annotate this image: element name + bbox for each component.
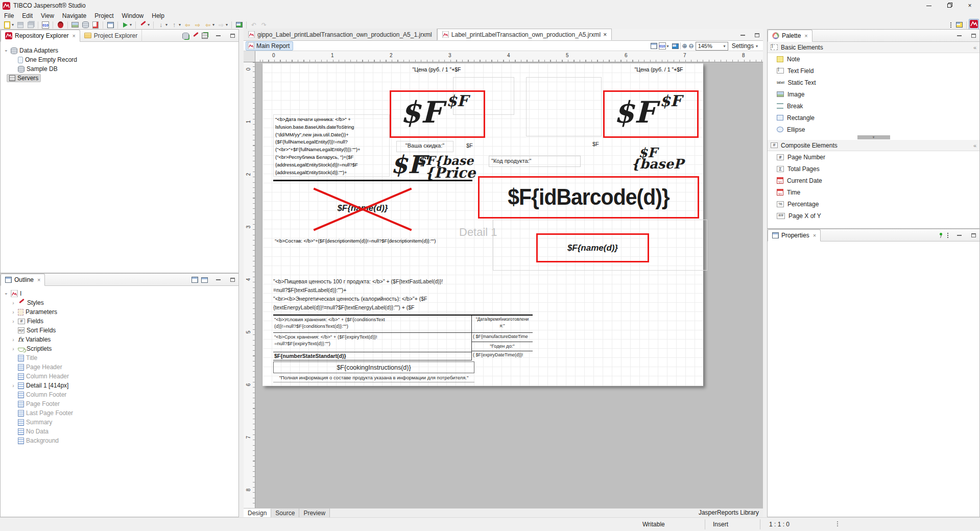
minimize-editor-icon[interactable] — [738, 32, 747, 39]
minimize-view-icon[interactable] — [955, 32, 963, 39]
made-header-cell[interactable]: "Дата/время\низготовлени я:" — [472, 316, 533, 333]
new-report-wizard-icon[interactable] — [3, 20, 12, 29]
palette-item-text-field[interactable]: Text Field — [768, 65, 979, 77]
style-brush-dropdown-icon[interactable]: ▾ — [148, 22, 151, 27]
section-basic-elements[interactable]: Basic Elements « — [768, 42, 979, 53]
product-code-label[interactable]: "Код продукта:" — [489, 156, 581, 167]
save-icon[interactable] — [16, 20, 25, 29]
add-data-adapter-icon[interactable] — [182, 33, 189, 39]
save-all-icon[interactable] — [26, 20, 35, 29]
minimize-view-icon[interactable] — [214, 276, 222, 283]
collapse-icon[interactable]: « — [973, 44, 976, 51]
new-window-icon[interactable] — [234, 20, 244, 29]
divider-line[interactable] — [273, 180, 472, 181]
outline-root[interactable]: › I — [1, 289, 238, 298]
valid-until-cell[interactable]: "Годен до:" — [472, 342, 533, 351]
price-header-right[interactable]: "Цена (руб. / 1 "+$F — [610, 66, 707, 74]
outline-item-fields[interactable]: ›#Fields — [1, 317, 238, 326]
palette-item-ellipse[interactable]: Ellipse — [768, 124, 979, 135]
overlay-basep[interactable]: {baseP — [631, 156, 683, 172]
outline-item-page-header[interactable]: Page Header — [1, 363, 238, 372]
report-page[interactable]: "Цена (руб. / 1 "+$F "Цена (руб. / 1 "+$… — [262, 63, 703, 386]
palette-item-current-date[interactable]: 31Current Date — [768, 175, 979, 186]
zoom-level-select[interactable]: 145% ▾ — [696, 42, 728, 51]
outline-item-scriptlets[interactable]: ›Scriptlets — [1, 344, 238, 353]
editor-tab-label-a5[interactable]: Label_printLabelTransaction_own_producti… — [437, 29, 612, 40]
outline-item-no-data[interactable]: No Data — [1, 427, 238, 436]
menu-help[interactable]: Help — [148, 12, 169, 20]
outline-item-detail-1[interactable]: ›Detail 1 [414px] — [1, 381, 238, 390]
expander-icon[interactable]: › — [3, 291, 10, 296]
edit-datasource-icon[interactable] — [672, 43, 679, 49]
open-perspective-icon[interactable] — [954, 20, 964, 29]
standart-cell[interactable]: $F{numberStateStandart(d)} — [273, 352, 472, 360]
editor-tab-gippo[interactable]: gippo_Label_printLabelTransaction_own_pr… — [244, 29, 437, 40]
menu-navigate[interactable]: Navigate — [58, 12, 90, 20]
footer-note[interactable]: "Полная информация о составе продукта ук… — [273, 373, 474, 382]
price-header-left[interactable]: "Цена (руб. / 1 "+$F — [388, 66, 485, 74]
zoom-out-icon[interactable]: ⊖ — [689, 42, 694, 50]
datasource-010-icon[interactable]: 010 — [659, 42, 666, 50]
palette-item-page-number[interactable]: #Page Number — [768, 151, 979, 163]
collapse-all-icon[interactable] — [192, 277, 198, 283]
close-tab-icon[interactable]: × — [804, 33, 807, 39]
close-tab-icon[interactable]: × — [72, 33, 75, 39]
run-report-dropdown-icon[interactable]: ▾ — [130, 22, 133, 27]
dataset-icon[interactable] — [106, 20, 115, 29]
tree-item-one-empty-record[interactable]: One Empty Record — [1, 55, 238, 64]
datasource-010-icon[interactable]: 010 — [41, 20, 50, 29]
sf-small-right[interactable]: $F — [592, 141, 599, 147]
palette-item-static-text[interactable]: labelStatic Text — [768, 77, 979, 88]
outline-item-column-footer[interactable]: Column Footer — [1, 390, 238, 399]
price-field-right[interactable]: $F $F — [603, 90, 699, 138]
cooking-instructions-field[interactable]: $F{cookingInstructions(d)} — [273, 361, 474, 373]
palette-item-note[interactable]: Note — [768, 53, 979, 65]
palette-item-total-pages[interactable]: ΣTotal Pages — [768, 163, 979, 175]
forward-history-icon[interactable]: ⇨ — [217, 20, 226, 29]
palette-scroll-more[interactable]: ▾ — [768, 135, 979, 140]
sf-small-left[interactable]: $F — [466, 142, 473, 149]
new-report-dropdown-icon[interactable]: ▾ — [12, 22, 15, 27]
tree-item-servers[interactable]: Servers — [1, 74, 238, 83]
outline-item-page-footer[interactable]: Page Footer — [1, 399, 238, 408]
section-composite-elements[interactable]: # Composite Elements « — [768, 140, 979, 151]
outline-item-parameters[interactable]: ›Parameters — [1, 307, 238, 317]
next-marker-icon[interactable]: ↑ — [170, 20, 179, 29]
tree-item-sample-db[interactable]: Sample DB — [1, 64, 238, 74]
add-server-icon[interactable] — [202, 33, 208, 39]
conditions-table[interactable]: "<b>Условия хранения: </b>" + ($F{condit… — [273, 315, 533, 359]
run-report-icon[interactable] — [121, 20, 130, 29]
maximize-view-icon[interactable] — [969, 32, 977, 39]
add-image-icon[interactable] — [70, 20, 80, 29]
maximize-editor-icon[interactable] — [753, 32, 761, 39]
expiry-cell[interactable]: "<b>Срок хранения: </b>" + ($F{expiryTex… — [273, 333, 472, 352]
restore-button[interactable] — [939, 0, 960, 11]
barcode-field[interactable]: $F{idBarcode(d)} — [478, 176, 699, 219]
add-report-icon[interactable] — [91, 20, 100, 29]
datasource-dropdown-icon[interactable]: ▾ — [667, 44, 671, 49]
forward-history-dropdown-icon[interactable]: ▾ — [226, 22, 229, 27]
minimize-view-icon[interactable] — [214, 32, 222, 39]
outline-item-column-header[interactable]: Column Header — [1, 372, 238, 381]
compile-bug-icon[interactable] — [56, 20, 65, 29]
view-menu-icon[interactable] — [947, 232, 949, 238]
minimize-view-icon[interactable] — [955, 232, 963, 239]
composition-expression[interactable]: "<b>Состав: </b>"+($F{descriptionItem(d)… — [275, 237, 436, 245]
collapse-icon[interactable]: « — [973, 142, 976, 149]
palette-item-page-x-of-y[interactable]: #/#Page X of Y — [768, 210, 979, 222]
close-button[interactable]: × — [960, 0, 980, 11]
nutrition-expression[interactable]: "<b>Пищевая ценность 100 г продукта: </b… — [273, 277, 474, 312]
expander-icon[interactable]: › — [3, 48, 10, 53]
tab-properties[interactable]: Properties × — [768, 229, 821, 242]
next-marker-dropdown-icon[interactable]: ▾ — [179, 22, 182, 27]
price-field-left[interactable]: $F $F — [390, 90, 485, 138]
design-canvas[interactable]: 0 1 2 3 4 5 6 7 8 0 1 2 3 4 5 6 7 8 "Цен… — [244, 51, 763, 508]
close-tab-icon[interactable]: × — [813, 232, 816, 238]
name-field-right[interactable]: $F{name(d)} — [536, 233, 649, 262]
undo-icon[interactable]: ↶ — [249, 20, 258, 29]
tab-project-explorer[interactable]: Project Explorer — [80, 30, 142, 42]
menu-project[interactable]: Project — [90, 12, 117, 20]
add-datasource-icon[interactable] — [81, 20, 90, 29]
zoom-in-icon[interactable]: ⊕ — [682, 42, 687, 50]
palette-item-break[interactable]: Break — [768, 100, 979, 112]
